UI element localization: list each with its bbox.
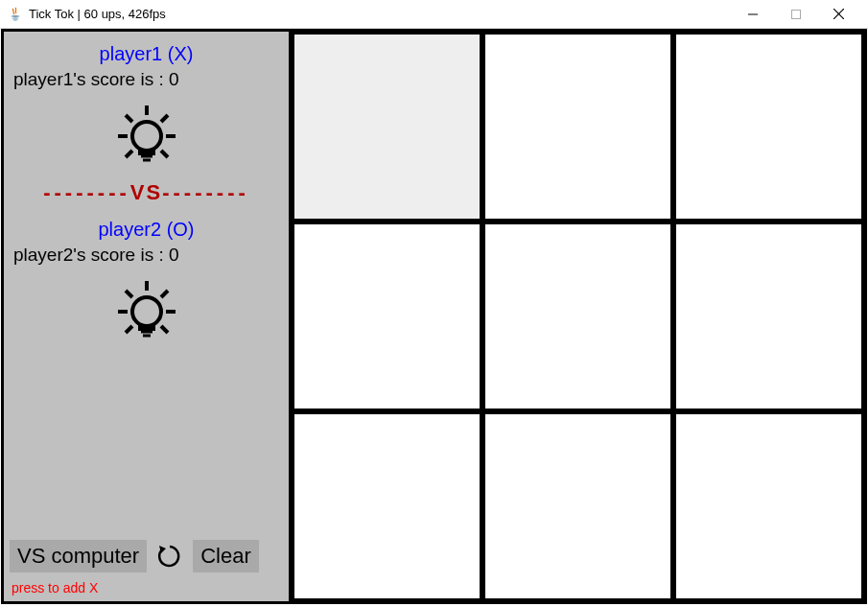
cell-7[interactable] [482, 411, 673, 601]
java-icon [8, 7, 23, 22]
clear-button[interactable]: Clear [193, 540, 259, 572]
svg-line-22 [161, 326, 168, 333]
close-button[interactable] [817, 0, 860, 29]
cell-6[interactable] [292, 411, 482, 601]
game-area: player1 (X) player1's score is : 0 [1, 29, 867, 604]
svg-point-14 [132, 297, 161, 326]
vs-separator: -------- VS -------- [4, 180, 289, 205]
bottom-controls: VS computer Clear [10, 540, 283, 572]
lightbulb-icon[interactable] [108, 273, 185, 350]
cell-5[interactable] [673, 222, 864, 411]
board [292, 32, 864, 601]
window-title: Tick Tok | 60 ups, 426fps [29, 7, 166, 21]
cell-0[interactable] [292, 32, 482, 222]
hint-text: press to add X [12, 580, 98, 595]
vs-dash-right: -------- [162, 180, 249, 205]
lightbulb-icon[interactable] [108, 98, 185, 175]
cell-1[interactable] [482, 32, 673, 222]
sidebar: player1 (X) player1's score is : 0 [4, 32, 292, 601]
svg-line-8 [161, 115, 168, 122]
player2-block: player2 (O) player2's score is : 0 [4, 219, 289, 350]
svg-point-4 [132, 122, 161, 151]
vs-dash-left: -------- [43, 180, 130, 205]
reset-icon[interactable] [154, 541, 185, 572]
svg-line-19 [126, 291, 132, 297]
svg-line-12 [161, 151, 168, 157]
vs-computer-button[interactable]: VS computer [10, 540, 147, 572]
svg-rect-1 [791, 10, 800, 18]
player1-name: player1 (X) [10, 43, 283, 65]
player2-score: player2's score is : 0 [10, 245, 283, 266]
cell-8[interactable] [673, 411, 864, 601]
titlebar: Tick Tok | 60 ups, 426fps [0, 0, 868, 29]
cell-4[interactable] [482, 222, 673, 411]
player1-block: player1 (X) player1's score is : 0 [4, 43, 289, 175]
svg-line-13 [126, 151, 132, 157]
svg-line-18 [161, 291, 168, 297]
player2-name: player2 (O) [10, 219, 283, 241]
svg-line-23 [126, 326, 132, 333]
cell-3[interactable] [292, 222, 482, 411]
minimize-button[interactable] [731, 0, 774, 29]
vs-label: VS [130, 180, 162, 205]
svg-line-9 [126, 115, 132, 122]
cell-2[interactable] [673, 32, 864, 222]
maximize-button[interactable] [774, 0, 817, 29]
player1-score: player1's score is : 0 [10, 69, 283, 90]
